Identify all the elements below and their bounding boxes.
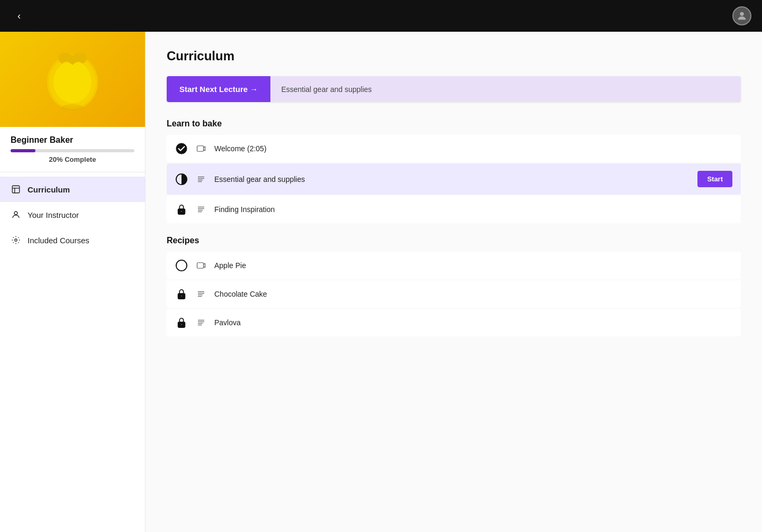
- sidebar: Beginner Baker 20% Complete Curriculum: [0, 32, 146, 532]
- progress-label: 20% Complete: [11, 155, 134, 163]
- lecture-list-learn-to-bake: Welcome (2:05): [167, 135, 741, 223]
- svg-point-8: [14, 212, 17, 215]
- section-heading-learn-to-bake: Learn to bake: [167, 119, 741, 129]
- lecture-list-recipes: Apple Pie: [167, 252, 741, 336]
- section-heading-recipes: Recipes: [167, 236, 741, 245]
- locked-icon-inspiration: [175, 203, 188, 216]
- text-icon-chocolate-cake: [195, 288, 207, 300]
- sidebar-item-included-courses[interactable]: Included Courses: [0, 227, 145, 253]
- text-icon-finding-inspiration: [195, 204, 207, 215]
- text-icon-essential-gear: [195, 173, 207, 185]
- svg-rect-5: [12, 186, 20, 193]
- instructor-label: Your Instructor: [28, 210, 79, 219]
- svg-rect-24: [197, 263, 204, 269]
- in-progress-icon: [175, 173, 188, 186]
- sidebar-item-instructor[interactable]: Your Instructor: [0, 202, 145, 227]
- lecture-item-chocolate-cake[interactable]: Chocolate Cake: [167, 280, 741, 308]
- avatar-icon: [736, 10, 748, 22]
- text-icon-pavlova: [195, 317, 207, 328]
- page-title: Curriculum: [167, 49, 741, 63]
- start-next-lecture-button[interactable]: Start Next Lecture →: [167, 76, 270, 102]
- svg-point-18: [181, 210, 183, 212]
- next-lecture-name: Essential gear and supplies: [270, 76, 741, 102]
- lecture-name-chocolate-cake: Chocolate Cake: [214, 290, 732, 298]
- course-hero-image: [0, 32, 145, 127]
- lecture-name-essential-gear: Essential gear and supplies: [214, 175, 690, 184]
- lecture-item-welcome[interactable]: Welcome (2:05): [167, 135, 741, 162]
- topbar: ‹: [0, 0, 762, 32]
- lecture-item-pavlova[interactable]: Pavlova: [167, 309, 741, 336]
- lecture-name-apple-pie: Apple Pie: [214, 261, 732, 270]
- lecture-item-essential-gear[interactable]: Essential gear and supplies Start: [167, 163, 741, 195]
- next-lecture-bar: Start Next Lecture → Essential gear and …: [167, 76, 741, 102]
- svg-point-4: [62, 104, 83, 111]
- progress-bar-fill: [11, 149, 35, 152]
- lecture-name-welcome: Welcome (2:05): [214, 144, 732, 153]
- svg-point-10: [176, 143, 187, 154]
- video-icon-welcome: [195, 143, 207, 154]
- lemon-illustration: [41, 45, 104, 114]
- locked-icon-pavlova: [175, 316, 188, 329]
- back-button[interactable]: ‹: [11, 7, 28, 24]
- start-button-essential-gear[interactable]: Start: [697, 171, 732, 187]
- completed-icon: [175, 142, 188, 155]
- locked-icon-chocolate-cake: [175, 288, 188, 300]
- sidebar-item-curriculum[interactable]: Curriculum: [0, 177, 145, 202]
- not-started-icon-apple-pie: [175, 259, 188, 272]
- content-area: Curriculum Start Next Lecture → Essentia…: [146, 32, 762, 532]
- course-info: Beginner Baker 20% Complete: [0, 127, 145, 172]
- video-icon-apple-pie: [195, 260, 207, 271]
- instructor-icon: [11, 209, 21, 220]
- svg-point-9: [15, 239, 17, 242]
- svg-point-23: [176, 260, 187, 271]
- lecture-item-apple-pie[interactable]: Apple Pie: [167, 252, 741, 279]
- svg-point-26: [181, 295, 183, 297]
- lecture-item-finding-inspiration[interactable]: Finding Inspiration: [167, 196, 741, 223]
- courses-icon: [11, 235, 21, 245]
- sidebar-nav: Curriculum Your Instructor: [0, 172, 145, 257]
- svg-point-32: [181, 324, 183, 325]
- curriculum-icon: [11, 184, 21, 195]
- curriculum-label: Curriculum: [28, 185, 70, 194]
- svg-rect-11: [197, 146, 204, 152]
- lecture-name-pavlova: Pavlova: [214, 318, 732, 327]
- svg-point-3: [53, 61, 92, 103]
- progress-bar-container: [11, 149, 134, 152]
- svg-point-0: [740, 12, 743, 16]
- course-title: Beginner Baker: [11, 135, 134, 145]
- avatar[interactable]: [732, 6, 751, 25]
- included-courses-label: Included Courses: [28, 236, 89, 245]
- main-layout: Beginner Baker 20% Complete Curriculum: [0, 32, 762, 532]
- lecture-name-finding-inspiration: Finding Inspiration: [214, 205, 732, 214]
